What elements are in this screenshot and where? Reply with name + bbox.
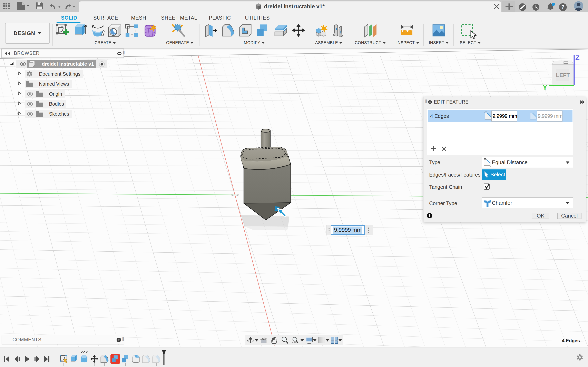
svg-text:LEFT: LEFT <box>556 72 570 78</box>
svg-text:Z: Z <box>575 54 580 62</box>
svg-text:Y: Y <box>543 83 547 91</box>
svg-text:?: ? <box>561 4 565 10</box>
